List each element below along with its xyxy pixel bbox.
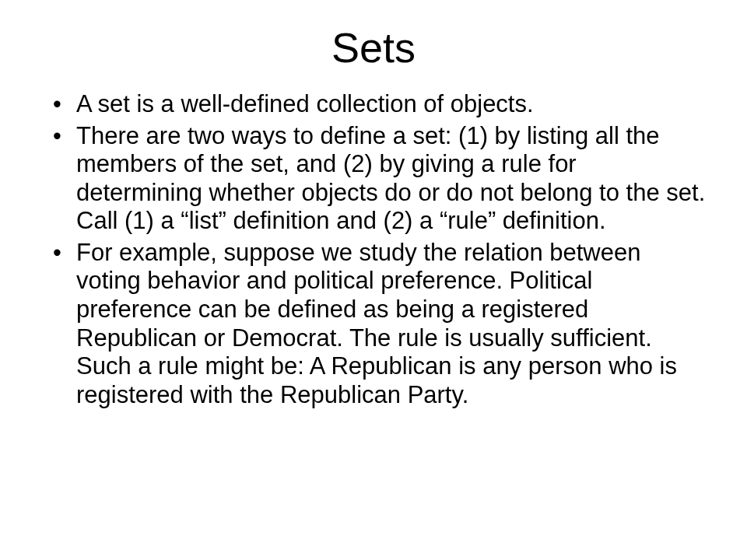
slide-title: Sets xyxy=(39,23,708,72)
slide: Sets A set is a well-defined collection … xyxy=(0,0,747,560)
list-item: A set is a well-defined collection of ob… xyxy=(48,90,708,119)
list-item: There are two ways to define a set: (1) … xyxy=(48,122,708,236)
bullet-list: A set is a well-defined collection of ob… xyxy=(48,90,708,409)
list-item: For example, suppose we study the relati… xyxy=(48,239,708,409)
